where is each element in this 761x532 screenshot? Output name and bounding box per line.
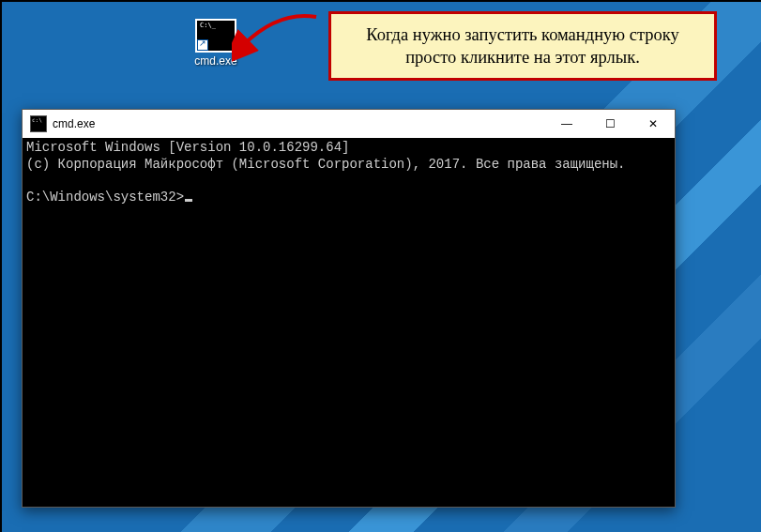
cmd-terminal[interactable]: Microsoft Windows [Version 10.0.16299.64… [23, 138, 675, 507]
cmd-window-title: cmd.exe [53, 117, 95, 130]
cmd-shortcut-icon [195, 19, 236, 53]
minimize-button[interactable]: — [545, 110, 588, 138]
annotation-callout-text: Когда нужно запустить командную строку п… [366, 25, 678, 67]
cmd-window: cmd.exe — ☐ ✕ Microsoft Windows [Version… [22, 109, 676, 508]
annotation-callout: Когда нужно запустить командную строку п… [328, 11, 717, 81]
cmd-shortcut-label: cmd.exe [188, 54, 244, 68]
cmd-output-line: (c) Корпорация Майкрософт (Microsoft Cor… [26, 157, 626, 172]
cmd-output-line: Microsoft Windows [Version 10.0.16299.64… [26, 140, 349, 155]
maximize-button[interactable]: ☐ [588, 110, 632, 138]
cmd-cursor-icon [185, 199, 192, 202]
cmd-shortcut[interactable]: cmd.exe [188, 19, 244, 68]
cmd-titlebar[interactable]: cmd.exe — ☐ ✕ [23, 110, 675, 138]
cmd-titlebar-icon [30, 115, 47, 132]
close-button[interactable]: ✕ [632, 110, 675, 138]
cmd-prompt: C:\Windows\system32> [26, 190, 184, 205]
shortcut-overlay-icon [197, 39, 208, 51]
